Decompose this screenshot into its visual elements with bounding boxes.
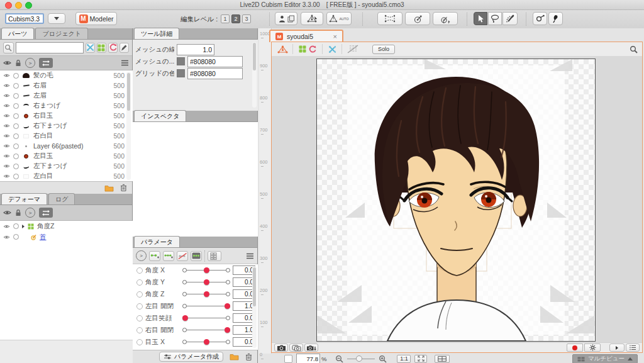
deformer-row[interactable]: 首 [0, 232, 133, 242]
draw-order-toggle[interactable] [13, 103, 19, 109]
tab-parameter[interactable]: パラメータ [134, 236, 180, 247]
grid-toggle-button[interactable] [345, 44, 361, 54]
lock-icon[interactable] [15, 209, 21, 216]
layout-grid-button[interactable] [435, 355, 450, 363]
edit-level-2-button[interactable]: 2 [231, 14, 240, 23]
visibility-eye-icon[interactable] [3, 113, 10, 118]
repeat-toggle-icon[interactable] [136, 267, 143, 274]
reset-view-button[interactable] [108, 43, 118, 53]
solo-button[interactable]: Solo [372, 45, 395, 54]
parameter-row[interactable]: 左目 開閉 [133, 300, 258, 312]
draw-order-toggle[interactable] [13, 154, 19, 159]
sort-order-button[interactable] [39, 208, 53, 218]
repeat-toggle-icon[interactable] [136, 291, 143, 298]
visibility-eye-icon[interactable] [3, 164, 10, 169]
zoom-slider-knob[interactable] [356, 355, 362, 362]
transform-path-button[interactable] [86, 43, 95, 53]
canvas-search-button[interactable] [628, 44, 639, 54]
parameter-slider[interactable] [182, 267, 230, 274]
draw-order-toggle[interactable] [13, 174, 19, 179]
layer-row[interactable]: 右まつげ500 [0, 101, 133, 111]
draw-order-toggle[interactable] [13, 93, 19, 99]
slider-knob[interactable] [204, 339, 209, 345]
slider-knob[interactable] [204, 291, 209, 297]
expand-all-button[interactable]: > [25, 208, 35, 218]
tab-parts[interactable]: パーツ [1, 28, 34, 39]
color-swatch[interactable] [177, 57, 185, 65]
slider-max-point[interactable] [226, 340, 230, 344]
visibility-eye-icon[interactable] [3, 209, 11, 216]
transform-handles-button[interactable] [325, 44, 339, 54]
slider-max-point[interactable] [226, 292, 230, 296]
add-key-3-button[interactable] [163, 251, 174, 261]
visibility-eye-icon[interactable] [3, 103, 10, 108]
draw-order-toggle[interactable] [13, 113, 19, 119]
tab-deformer[interactable]: デフォーマ [1, 193, 47, 204]
parameter-slider[interactable] [182, 279, 230, 286]
parts-search-input[interactable] [16, 42, 84, 53]
visibility-eye-icon[interactable] [3, 73, 10, 78]
layer-row[interactable]: Layer 66(pasted)500 [0, 141, 133, 151]
edit-pen-button[interactable] [119, 43, 129, 53]
edit-level-1-button[interactable]: 1 [221, 14, 230, 23]
parameter-slider[interactable] [182, 303, 230, 310]
zoom-slider[interactable] [347, 355, 375, 362]
repeat-toggle-icon[interactable] [136, 315, 143, 321]
tab-inspector[interactable]: インスペクタ [134, 110, 186, 121]
layer-row[interactable]: 左白目500 [0, 171, 133, 181]
draw-order-toggle[interactable] [13, 73, 19, 79]
slider-min-point[interactable] [182, 340, 187, 344]
deformer-row[interactable]: 角度Z [0, 221, 133, 232]
keyform-panel-button[interactable] [191, 251, 202, 261]
parameter-row[interactable]: 角度 X [133, 264, 258, 276]
parameter-slider[interactable] [182, 338, 230, 346]
screenshot-button[interactable] [274, 343, 288, 352]
model-view-button[interactable] [275, 12, 297, 25]
canvas-color-button[interactable] [284, 355, 292, 363]
zoom-out-icon[interactable] [335, 355, 343, 363]
actual-size-button[interactable]: 1:1 [397, 355, 411, 363]
search-button[interactable] [3, 42, 14, 53]
visibility-eye-icon[interactable] [3, 123, 10, 128]
visibility-eye-icon[interactable] [3, 133, 10, 138]
deformer-grid-button[interactable] [97, 43, 106, 53]
close-tab-icon[interactable]: × [333, 33, 337, 40]
mesh-edit-button[interactable] [301, 12, 323, 25]
layer-row[interactable]: 右白目500 [0, 131, 133, 141]
tab-project[interactable]: プロジェクト [35, 28, 87, 39]
warp-deformer-tool-button[interactable] [377, 12, 402, 25]
canvas-viewport[interactable] [272, 56, 642, 343]
visibility-eye-icon[interactable] [3, 143, 10, 148]
parameter-row[interactable]: 目玉 X [133, 336, 258, 348]
lock-icon[interactable] [15, 59, 21, 67]
multi-capture-button[interactable] [289, 343, 303, 352]
layer-row[interactable]: 左眉500 [0, 91, 133, 101]
repeat-toggle-icon[interactable] [136, 303, 143, 310]
artboard[interactable] [316, 59, 596, 342]
visibility-eye-icon[interactable] [3, 93, 10, 98]
parameter-row[interactable]: 左目笑顔 [133, 312, 258, 324]
layer-row[interactable]: 左目玉500 [0, 151, 133, 161]
layer-row[interactable]: 右目玉500 [0, 111, 133, 121]
expand-icon[interactable] [22, 225, 25, 228]
tool-detail-scrollbar[interactable] [252, 42, 257, 108]
zoom-in-icon[interactable] [379, 355, 387, 363]
trash-icon[interactable] [120, 184, 127, 192]
glue-tool-button[interactable] [533, 12, 547, 25]
draw-order-toggle[interactable] [13, 223, 19, 229]
draw-order-toggle[interactable] [13, 234, 19, 240]
version-selector[interactable]: Cubism3.3 [5, 13, 44, 24]
mesh-auto-button[interactable]: AUTO [326, 12, 352, 25]
expand-all-button[interactable]: > [25, 58, 35, 68]
slider-knob[interactable] [204, 267, 209, 273]
layer-row[interactable]: 右下まつげ500 [0, 121, 133, 131]
mesh-mode-button[interactable] [275, 44, 290, 54]
delete-key-button[interactable] [177, 251, 188, 261]
capture-export-button[interactable] [304, 343, 318, 352]
slider-knob[interactable] [204, 279, 209, 285]
menu-icon[interactable] [121, 60, 129, 66]
slider-min-point[interactable] [182, 292, 187, 296]
menu-icon[interactable] [246, 253, 254, 259]
draw-order-toggle[interactable] [13, 143, 19, 149]
slider-min-point[interactable] [182, 280, 187, 284]
